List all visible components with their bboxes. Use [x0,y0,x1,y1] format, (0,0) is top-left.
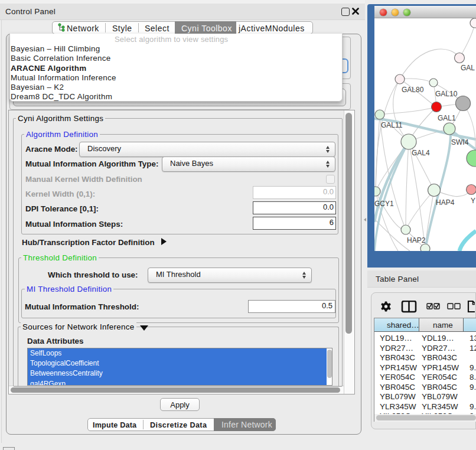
svg-text:HAP2: HAP2 [407,236,426,244]
svg-text:GAL10: GAL10 [435,90,458,98]
svg-text:Y: Y [471,197,475,205]
svg-text:HAP4: HAP4 [436,198,455,207]
svg-text:GAL1: GAL1 [438,114,456,122]
svg-text:GAL11: GAL11 [381,121,403,129]
svg-text:GCY1: GCY1 [374,200,394,208]
svg-text:GAL80: GAL80 [402,86,424,94]
svg-text:SWI4: SWI4 [451,138,469,146]
svg-text:GAL4: GAL4 [412,149,430,157]
svg-text:GAL: GAL [461,64,475,72]
